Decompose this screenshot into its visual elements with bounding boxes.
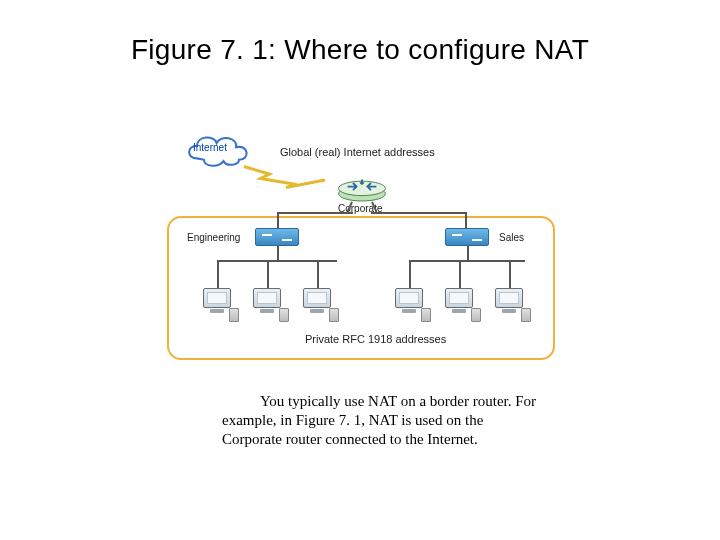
workstation-icon (251, 288, 283, 322)
link-line (465, 212, 467, 228)
nat-network-diagram: Internet Global (real) Internet addresse… (165, 120, 560, 365)
link-line (317, 260, 319, 288)
private-addresses-label: Private RFC 1918 addresses (305, 333, 446, 345)
link-line (409, 260, 411, 288)
sales-label: Sales (499, 232, 524, 243)
global-addresses-label: Global (real) Internet addresses (280, 146, 435, 158)
link-line (217, 260, 219, 288)
workstation-icon (443, 288, 475, 322)
engineering-label: Engineering (187, 232, 240, 243)
workstation-icon (493, 288, 525, 322)
corporate-router-icon (335, 174, 389, 202)
engineering-switch-icon (255, 228, 299, 246)
link-line (217, 260, 337, 262)
workstation-icon (393, 288, 425, 322)
link-line (509, 260, 511, 288)
link-line (409, 260, 525, 262)
internet-label: Internet (193, 142, 227, 153)
figure-caption: You typically use NAT on a border router… (222, 392, 542, 450)
caption-line: example, in Figure 7. 1, NAT is used on … (222, 412, 483, 428)
link-line (267, 260, 269, 288)
link-line (459, 260, 461, 288)
link-line (277, 212, 353, 214)
workstation-icon (301, 288, 333, 322)
caption-line: Corporate router connected to the Intern… (222, 431, 478, 447)
lightning-serial-link-icon (241, 162, 331, 192)
caption-line: You typically use NAT on a border router… (260, 393, 536, 409)
link-line (277, 212, 279, 228)
figure-title: Figure 7. 1: Where to configure NAT (0, 0, 720, 66)
workstation-icon (201, 288, 233, 322)
sales-switch-icon (445, 228, 489, 246)
link-line (371, 212, 467, 214)
link-line (277, 246, 279, 260)
link-line (467, 246, 469, 260)
